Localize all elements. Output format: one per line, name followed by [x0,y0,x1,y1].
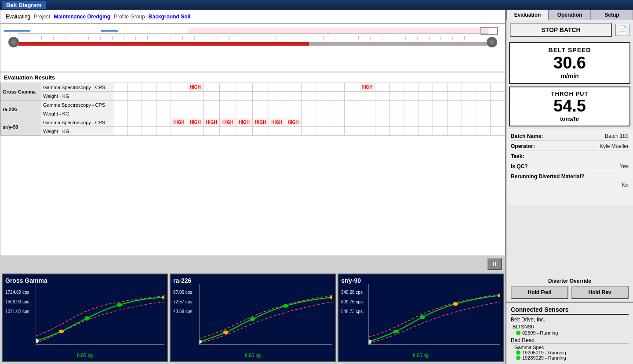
data-cell [127,118,142,127]
data-cell [127,127,142,136]
data-cell [404,101,418,109]
data-cell: HIGH [187,118,204,127]
data-cell [171,109,187,118]
data-cell [220,109,236,118]
data-cell [285,101,301,109]
svg-point-8 [199,340,202,344]
data-cell [375,92,390,101]
belt-line-1 [4,30,30,32]
chart-gg-val3: 1071.02 cps [5,307,29,317]
chart-ra226: ra-226 87.06 cps 72.57 cps 43.58 cps 8.0… [170,274,336,362]
document-icon[interactable]: 📄 [615,24,629,36]
svg-point-9 [223,331,229,335]
svg-point-3 [117,303,122,307]
table-row: Gross GammaGamma Spectroscopy - CPSHIGHH… [1,83,505,92]
data-cell [491,118,505,127]
data-cell [359,109,375,118]
project-name[interactable]: Maintenance Dredging [54,14,110,20]
chart-sr-val1: 940.28 cps [341,288,363,297]
data-cell [187,109,204,118]
data-cell [375,118,390,127]
data-cell [113,92,127,101]
row-sub-label: Gamma Spectroscopy - CPS [41,118,113,127]
stop-batch-button[interactable]: STOP BATCH [510,23,612,37]
tab-evaluation[interactable]: Evaluation [506,10,549,20]
data-cell [269,109,285,118]
svg-point-18 [453,302,458,306]
sensor-dot-1 [516,331,520,335]
evaluating-label: Evaluating [6,14,30,20]
data-cell [171,101,187,109]
data-cell [316,118,330,127]
chart-ra-kg: 8.05 kg [245,353,261,358]
data-cell [389,92,404,101]
data-cell [269,101,285,109]
data-cell [447,101,462,109]
data-cell [156,83,171,92]
bottom-charts: Gross Gamma 1724.89 cps 1506.93 cps 1071… [0,272,506,364]
data-cell [447,118,462,127]
data-cell [375,101,390,109]
svg-point-19 [498,294,500,298]
data-cell [316,127,330,136]
hold-rev-button[interactable]: Hold Rev [571,286,629,299]
data-cell [359,101,375,109]
belt-speed-value: 30.6 [513,54,626,72]
svg-point-11 [283,304,288,308]
data-cell [404,83,418,92]
data-cell [359,127,375,136]
diverter-label: Diverter Override [548,278,591,284]
data-cell [462,109,476,118]
data-cell [285,92,301,101]
data-cell [345,127,359,136]
data-cell [491,127,505,136]
data-cell [301,83,316,92]
data-cell: HIGH [285,118,301,127]
data-cell [418,118,433,127]
chart-ra226-title: ra-226 [173,277,332,284]
hold-fwd-button[interactable]: Hold Fwd [511,286,568,299]
eval-results-title: Evaluation Results [0,72,505,83]
data-cell [476,101,491,109]
evaluation-results-panel: Evaluation Results Gross GammaGamma Spec… [0,72,506,256]
data-cell [330,127,345,136]
pause-btn-wrap: ⏸ [0,256,506,272]
tab-operation[interactable]: Operation [549,10,591,20]
data-cell [113,118,127,127]
belt-line-2 [101,30,118,32]
sensor-item-2: 19205019 - Running [516,350,629,355]
data-cell [316,101,330,109]
data-cell [142,127,156,136]
data-cell [476,127,491,136]
sensors-title: Connected Sensors [511,306,629,315]
data-cell [301,118,316,127]
operator-label: Operator: [511,143,535,149]
data-cell [345,92,359,101]
data-cell [204,83,220,92]
data-cell [433,83,447,92]
data-cell [345,109,359,118]
data-cell: HIGH [171,118,187,127]
connected-sensors: Connected Sensors Belt Drive, Inc. BLTSN… [506,302,633,364]
data-cell [285,127,301,136]
throughput-panel: THRGH PUT 54.5 tons/hr [509,86,630,126]
rerunning-label: Rerunning Diverted Material? [511,173,584,180]
data-cell [418,83,433,92]
data-cell [433,109,447,118]
tab-setup[interactable]: Setup [591,10,633,20]
row-sub-label: Gamma Spectroscopy - CPS [41,83,113,92]
sensor-item-3: 19289029 - Running [516,355,629,360]
svg-point-5 [36,339,39,343]
pause-button[interactable]: ⏸ [487,258,502,270]
data-cell [171,127,187,136]
data-cell [269,92,285,101]
results-table-wrap[interactable]: Gross GammaGamma Spectroscopy - CPSHIGHH… [0,83,505,253]
data-cell [462,92,476,101]
results-table: Gross GammaGamma Spectroscopy - CPSHIGHH… [0,83,505,136]
data-cell [345,118,359,127]
table-row: sr/y-90Gamma Spectroscopy - CPSHIGHHIGHH… [1,118,505,127]
sensor-dot-3 [516,356,520,360]
data-cell [236,109,252,118]
data-cell [330,83,345,92]
profile-group-name[interactable]: Background Soil [149,14,190,20]
